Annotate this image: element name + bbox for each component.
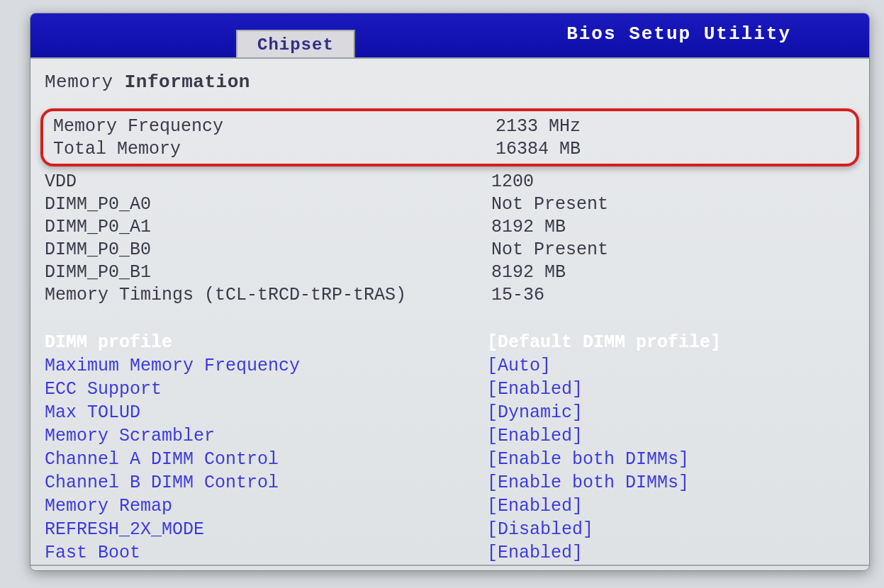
memory-summary-highlight: Memory Frequency 2133 MHz Total Memory 1… bbox=[40, 108, 859, 166]
app-title: Bios Setup Utility bbox=[566, 23, 791, 45]
value-dimm-p0-a1: 8192 MB bbox=[491, 216, 859, 239]
setting-max-tolud[interactable]: Max TOLUD [Dynamic] bbox=[40, 401, 859, 424]
label-dimm-profile: DIMM profile bbox=[40, 331, 487, 354]
footer-separator bbox=[30, 565, 869, 566]
label-channel-b-dimm-control: Channel B DIMM Control bbox=[40, 471, 487, 494]
label-max-memory-frequency: Maximum Memory Frequency bbox=[40, 354, 487, 378]
value-memory-frequency: 2133 MHz bbox=[496, 115, 851, 138]
info-row-dimm-p0-b1: DIMM_P0_B1 8192 MB bbox=[45, 261, 859, 284]
setting-refresh-2x-mode[interactable]: REFRESH_2X_MODE [Disabled] bbox=[40, 518, 859, 541]
label-channel-a-dimm-control: Channel A DIMM Control bbox=[40, 448, 487, 471]
info-row-memory-frequency: Memory Frequency 2133 MHz bbox=[49, 115, 851, 138]
section-title-bold: Information bbox=[125, 72, 250, 93]
section-title: Memory Information bbox=[40, 72, 859, 93]
title-bar: Bios Setup Utility Chipset bbox=[30, 13, 869, 57]
info-row-dimm-p0-a0: DIMM_P0_A0 Not Present bbox=[45, 193, 859, 216]
setting-ecc-support[interactable]: ECC Support [Enabled] bbox=[40, 378, 859, 401]
value-refresh-2x-mode: [Disabled] bbox=[487, 518, 859, 541]
label-memory-scrambler: Memory Scrambler bbox=[40, 424, 487, 448]
label-dimm-p0-b1: DIMM_P0_B1 bbox=[45, 261, 491, 284]
setting-dimm-profile[interactable]: DIMM profile [Default DIMM profile] bbox=[40, 331, 859, 354]
value-dimm-p0-b1: 8192 MB bbox=[491, 261, 859, 284]
tab-chipset[interactable]: Chipset bbox=[236, 30, 355, 57]
label-dimm-p0-b0: DIMM_P0_B0 bbox=[45, 239, 491, 261]
label-dimm-p0-a0: DIMM_P0_A0 bbox=[45, 193, 491, 216]
label-max-tolud: Max TOLUD bbox=[40, 401, 487, 424]
setting-max-memory-frequency[interactable]: Maximum Memory Frequency [Auto] bbox=[40, 354, 859, 378]
label-memory-frequency: Memory Frequency bbox=[49, 115, 496, 138]
info-row-dimm-p0-b0: DIMM_P0_B0 Not Present bbox=[45, 239, 859, 261]
bios-setup-window: Bios Setup Utility Chipset Memory Inform… bbox=[30, 13, 870, 571]
info-row-vdd: VDD 1200 bbox=[45, 171, 859, 193]
value-fast-boot: [Enabled] bbox=[487, 541, 859, 565]
label-ecc-support: ECC Support bbox=[40, 378, 487, 401]
label-vdd: VDD bbox=[45, 171, 491, 193]
value-channel-b-dimm-control: [Enable both DIMMs] bbox=[487, 471, 859, 494]
value-ecc-support: [Enabled] bbox=[487, 378, 859, 401]
label-total-memory: Total Memory bbox=[49, 138, 496, 161]
value-max-tolud: [Dynamic] bbox=[487, 401, 859, 424]
value-dimm-p0-a0: Not Present bbox=[491, 193, 859, 216]
value-max-memory-frequency: [Auto] bbox=[487, 354, 859, 378]
label-memory-timings: Memory Timings (tCL-tRCD-tRP-tRAS) bbox=[45, 284, 491, 307]
value-memory-timings: 15-36 bbox=[491, 284, 859, 307]
value-vdd: 1200 bbox=[491, 171, 859, 193]
setting-fast-boot[interactable]: Fast Boot [Enabled] bbox=[40, 541, 859, 565]
value-dimm-profile: [Default DIMM profile] bbox=[487, 331, 859, 354]
setting-channel-b-dimm-control[interactable]: Channel B DIMM Control [Enable both DIMM… bbox=[40, 471, 859, 494]
setting-channel-a-dimm-control[interactable]: Channel A DIMM Control [Enable both DIMM… bbox=[40, 448, 859, 471]
value-dimm-p0-b0: Not Present bbox=[491, 239, 859, 261]
value-channel-a-dimm-control: [Enable both DIMMs] bbox=[487, 448, 859, 471]
info-row-memory-timings: Memory Timings (tCL-tRCD-tRP-tRAS) 15-36 bbox=[45, 284, 859, 307]
content-area: Memory Information Memory Frequency 2133… bbox=[30, 59, 869, 565]
value-total-memory: 16384 MB bbox=[496, 138, 851, 161]
value-memory-remap: [Enabled] bbox=[487, 494, 859, 518]
setting-memory-remap[interactable]: Memory Remap [Enabled] bbox=[40, 494, 859, 518]
memory-info-block: VDD 1200 DIMM_P0_A0 Not Present DIMM_P0_… bbox=[40, 171, 859, 307]
label-refresh-2x-mode: REFRESH_2X_MODE bbox=[40, 518, 487, 541]
label-dimm-p0-a1: DIMM_P0_A1 bbox=[45, 216, 491, 239]
label-fast-boot: Fast Boot bbox=[40, 541, 487, 565]
info-row-dimm-p0-a1: DIMM_P0_A1 8192 MB bbox=[45, 216, 859, 239]
value-memory-scrambler: [Enabled] bbox=[487, 424, 859, 448]
setting-memory-scrambler[interactable]: Memory Scrambler [Enabled] bbox=[40, 424, 859, 448]
label-memory-remap: Memory Remap bbox=[40, 494, 487, 518]
section-title-prefix: Memory bbox=[45, 72, 125, 93]
info-row-total-memory: Total Memory 16384 MB bbox=[49, 138, 851, 161]
